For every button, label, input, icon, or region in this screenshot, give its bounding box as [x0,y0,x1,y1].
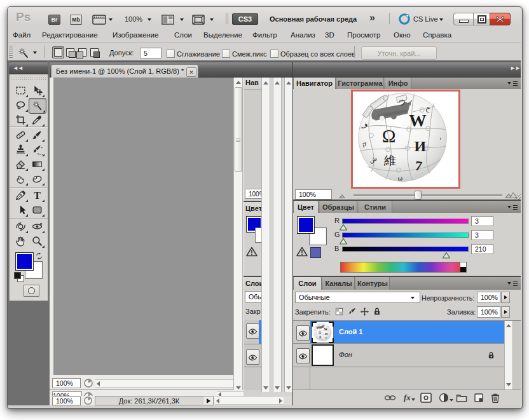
layer-mask-icon[interactable] [420,393,432,403]
clipped-eye-button-1[interactable] [246,323,259,339]
hidden-window-scrollbar-3[interactable] [284,78,293,392]
subtract-from-selection-button[interactable] [76,46,88,58]
tab-navigator-Инфо[interactable]: Инфо [385,78,411,89]
navigator-zoom-slider-track[interactable] [354,194,502,196]
slider-marker-G[interactable] [340,238,347,245]
menu-Справка[interactable]: Справка [423,31,451,39]
default-foreground-mini-swatch[interactable] [14,272,21,279]
color-foreground-swatch[interactable] [297,216,315,234]
tab-color-Образцы[interactable]: Образцы [320,201,357,213]
menu-Изображение[interactable]: Изображение [113,31,158,39]
tool-crop-tool[interactable] [12,112,29,127]
tool-shape-tool[interactable] [29,203,45,217]
link-layers-icon[interactable] [384,394,396,402]
gamut-color-swatch[interactable] [310,247,321,258]
spectrum-white-swatch[interactable] [460,262,466,267]
tool-pen-tool[interactable] [12,188,29,203]
tab-layers-Контуры[interactable]: Контуры [356,277,390,290]
adjustment-layer-icon[interactable] [439,393,449,403]
layer-style-fx-icon[interactable]: fx [404,393,415,403]
tab-navigator-Навигатор[interactable]: Навигатор [293,78,336,89]
out-of-gamut-warning-icon[interactable] [296,247,308,257]
launch-minibridge-button[interactable]: Mb [70,15,82,25]
hidden-window-scrollbar-1[interactable] [261,78,270,392]
slider-value-R[interactable]: 3 [471,216,493,226]
navigator-zoom-slider-thumb[interactable] [415,191,422,200]
tool-3d-rotate-tool[interactable] [12,219,29,234]
magic-wand-preset-icon[interactable] [18,47,30,59]
workspace-switcher[interactable]: Основная рабочая среда [270,15,357,23]
navigator-zoom-field[interactable]: 100% [295,189,332,200]
tool-move-tool[interactable] [29,83,45,98]
menu-Просмотр[interactable]: Просмотр [347,31,381,39]
tool-healing-brush-tool[interactable] [12,128,29,142]
opacity-value-field[interactable]: 100% [477,292,500,303]
toolbox-grip[interactable] [11,77,46,81]
hidden-scroll-down-1[interactable] [261,384,270,391]
opacity-spinner-button[interactable] [501,292,510,303]
hscroll-left-button[interactable] [97,381,103,386]
layers-panel-menu-icon[interactable] [507,280,518,287]
clipped-layers-tab[interactable]: Слои [244,277,261,290]
document-scrollbar-thumb[interactable] [235,87,242,172]
status-zoom-field[interactable]: 100% [52,378,81,388]
rear-status-zoom-field[interactable]: 100% [52,396,81,405]
layer-group-icon[interactable] [456,393,467,402]
cs-live-button[interactable]: CS Live [413,15,438,23]
fill-spinner-button[interactable] [501,306,510,318]
checkbox-Смеж.пикс[interactable] [222,50,230,58]
minimize-button[interactable] [453,13,474,25]
fill-value-field[interactable]: 100% [477,306,500,318]
tool-path-selection-tool[interactable] [12,203,29,217]
hidden-window-scrollbar-2[interactable] [273,78,282,392]
clipped-navigator-tab[interactable]: Нав [244,78,261,90]
new-selection-button[interactable] [52,46,64,58]
tool-eraser-tool[interactable] [12,157,29,172]
cs-live-dropdown-icon[interactable] [439,18,443,21]
menu-Выделение[interactable]: Выделение [203,31,242,39]
layer-row-Фон[interactable]: Фон [293,344,504,367]
tool-history-brush-tool[interactable] [29,142,45,157]
tool-type-tool[interactable] [29,188,45,203]
document-scroll-up-button[interactable] [233,78,243,86]
tool-dodge-tool[interactable] [29,172,45,186]
lock-transparency-icon[interactable] [334,307,344,316]
add-to-selection-button[interactable] [64,46,76,58]
zoom-level-button[interactable]: 100% [125,15,142,23]
navigator-proxy-view[interactable] [351,90,460,189]
workspace-overflow-chevron[interactable]: » [369,12,375,24]
tab-layers-Слои[interactable]: Слои [293,277,322,290]
hidden-scroll-up-1[interactable] [261,79,270,86]
slider-value-G[interactable]: 3 [471,230,493,240]
slider-marker-R[interactable] [340,224,347,231]
slider-track-G[interactable] [342,233,469,238]
lock-pixels-icon[interactable] [347,307,357,316]
status-options-button[interactable] [203,396,214,405]
rear-hscroll-left-button[interactable] [216,398,223,403]
tool-hand-tool[interactable] [12,234,29,248]
clipped-color-tab[interactable]: Цвет [244,202,261,215]
tool-smudge-tool[interactable] [12,172,29,186]
layer-visibility-toggle[interactable] [296,348,310,363]
document-tab-close-icon[interactable]: ✕ [186,67,196,77]
tab-color-Цвет[interactable]: Цвет [293,201,319,213]
lock-position-icon[interactable] [360,307,369,316]
layer-row-Слой 1[interactable]: Слой 1 [293,321,504,343]
screen-mode-icon[interactable] [192,15,205,25]
foreground-color-swatch[interactable] [15,252,34,271]
launch-bridge-button[interactable]: Br [48,15,60,25]
document-canvas[interactable] [53,78,233,375]
tab-color-Стили[interactable]: Стили [359,201,392,213]
layer-visibility-toggle[interactable] [296,325,310,341]
options-bar-grip[interactable] [9,46,13,58]
restore-button[interactable] [473,13,491,25]
color-spectrum-ramp[interactable] [340,262,467,273]
slider-value-B[interactable]: 210 [471,244,493,254]
spectrum-black-swatch[interactable] [460,267,466,272]
slider-marker-B[interactable] [443,252,450,259]
tool-lasso-tool[interactable] [12,98,29,112]
color-panel-menu-icon[interactable] [507,204,518,210]
close-button[interactable] [490,13,511,25]
arrange-documents-dropdown-icon[interactable] [180,18,184,21]
refine-edge-button[interactable]: Уточн. край... [361,46,437,60]
